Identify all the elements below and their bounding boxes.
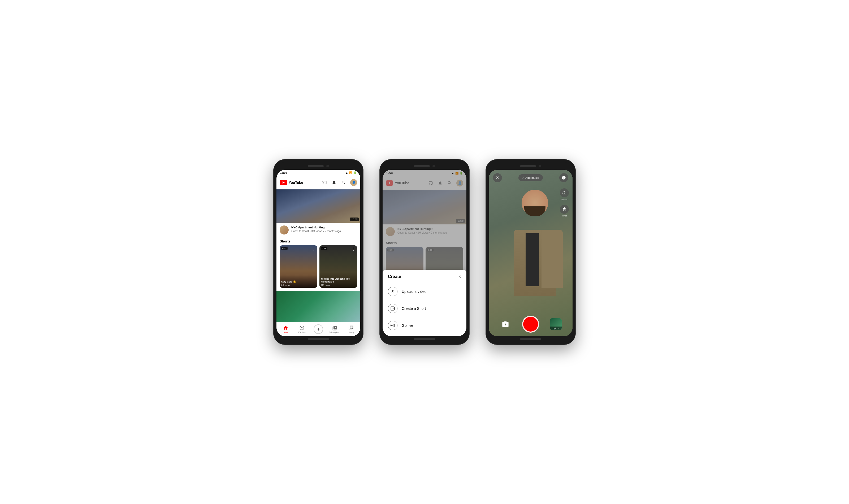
video-subtitle-1: Coast to Coast • 3M views • 2 months ago — [291, 230, 350, 233]
nav-create-1[interactable]: + — [310, 324, 327, 334]
nav-library-label-1: Library — [348, 331, 354, 334]
home-indicator-2 — [414, 339, 435, 340]
shorts-section-1: Shorts 0:15 ⋮ Stay Gold 🤙 2.5 views — [276, 237, 360, 289]
phone-top-notch — [276, 162, 360, 170]
camera-bottom-controls: Upload — [489, 316, 573, 332]
phones-container: 12:30 ▲ 📶 🔋 YouTube — [273, 159, 576, 345]
create-modal: Create × Upload a video — [383, 270, 466, 336]
nav-home-1[interactable]: Home — [277, 325, 294, 334]
svg-rect-2 — [391, 307, 395, 310]
nav-subscriptions-1[interactable]: Subscriptions — [327, 325, 343, 333]
phone-1: 12:30 ▲ 📶 🔋 YouTube — [273, 159, 363, 345]
phone-camera-3 — [539, 165, 541, 167]
add-music-button[interactable]: ♪ Add music — [519, 174, 543, 181]
create-short-icon — [388, 304, 397, 313]
timer-label: Timer — [562, 215, 567, 217]
phone-speaker-2 — [414, 165, 430, 167]
video-more-icon-1[interactable]: ⋮ — [353, 226, 357, 231]
record-button[interactable] — [522, 316, 539, 332]
timer-sidebar-btn[interactable]: Timer — [560, 205, 569, 217]
go-live-icon — [388, 321, 397, 330]
go-live-label: Go live — [402, 323, 413, 328]
video-duration-1: 10:00 — [350, 217, 359, 221]
short-views-2: 3M views — [321, 284, 356, 286]
notifications-icon-1[interactable] — [331, 180, 337, 185]
modal-close-btn[interactable]: × — [458, 274, 461, 280]
camera-screen: ♪ Add music — [489, 170, 573, 336]
nav-create-btn-1[interactable]: + — [313, 324, 323, 334]
video-title-1: NYC Apartment Hunting!! — [291, 226, 350, 229]
short-more-1[interactable]: ⋮ — [312, 247, 316, 251]
youtube-logo-text-1: YouTube — [289, 180, 303, 185]
short-more-2[interactable]: ⋮ — [352, 247, 356, 251]
modal-header: Create × — [383, 270, 466, 283]
phone-3: ♪ Add music — [486, 159, 576, 345]
bottom-nav-1: Home Explore + Subscriptions — [276, 322, 360, 336]
speed-label: Speed — [561, 198, 567, 200]
youtube-logo-icon-1 — [279, 180, 287, 185]
search-icon-1[interactable] — [341, 180, 346, 185]
music-note-icon: ♪ — [522, 176, 524, 180]
youtube-logo-1: YouTube — [279, 180, 303, 185]
upload-label: Upload — [550, 326, 562, 330]
svg-point-4 — [392, 325, 393, 326]
short-views-1: 2.5 views — [281, 284, 316, 286]
shorts-title-1: Shorts — [279, 239, 357, 243]
phone-screen-1: 12:30 ▲ 📶 🔋 YouTube — [276, 170, 360, 336]
nav-library-1[interactable]: Library — [343, 325, 359, 334]
nav-explore-label-1: Explore — [299, 331, 306, 334]
phone-camera — [326, 165, 329, 167]
phone-camera-2 — [432, 165, 435, 167]
video-thumbnail-1[interactable]: 10:00 — [276, 190, 360, 223]
speed-sidebar-icon — [560, 188, 569, 197]
phone-top-notch-3 — [489, 162, 573, 170]
signal-icon: 📶 — [349, 172, 353, 174]
phone-top-notch-2 — [383, 162, 466, 170]
phone-speaker-3 — [520, 165, 536, 167]
status-icons-1: ▲ 📶 🔋 — [345, 172, 357, 174]
status-bar-1: 12:30 ▲ 📶 🔋 — [276, 170, 360, 176]
battery-icon: 🔋 — [354, 172, 357, 174]
home-indicator-1 — [308, 339, 329, 340]
phone-speaker — [308, 165, 324, 167]
phone-2: 12:30 ▲ 📶 🔋 YouTube — [379, 159, 470, 345]
svg-point-3 — [392, 308, 394, 309]
create-short-item[interactable]: Create a Short — [383, 300, 466, 317]
flip-camera-button[interactable] — [500, 318, 511, 330]
upload-thumbnail[interactable]: Upload — [550, 318, 562, 330]
create-short-label: Create a Short — [402, 306, 426, 311]
nav-explore-1[interactable]: Explore — [294, 325, 310, 334]
short-card-2[interactable]: 0:28 ⋮ Gliding into weekend like #longbo… — [320, 245, 357, 288]
cast-icon-1[interactable] — [322, 180, 327, 185]
phone-screen-3: ♪ Add music — [489, 170, 573, 336]
short-card-1[interactable]: 0:15 ⋮ Stay Gold 🤙 2.5 views — [279, 245, 317, 288]
channel-avatar-1 — [279, 226, 289, 234]
nav-subscriptions-label-1: Subscriptions — [329, 331, 340, 333]
camera-right-sidebar: Speed Timer — [560, 188, 569, 217]
short-duration-2: 0:28 — [321, 247, 327, 250]
shorts-grid-1: 0:15 ⋮ Stay Gold 🤙 2.5 views 0:28 ⋮ — [279, 245, 357, 288]
modal-bottom — [383, 334, 466, 336]
short-info-2: Gliding into weekend like #longboard 3M … — [320, 272, 357, 288]
video-meta-1: NYC Apartment Hunting!! Coast to Coast •… — [291, 226, 350, 233]
person-jacket-r — [542, 230, 563, 288]
speed-sidebar-btn[interactable]: Speed — [560, 188, 569, 200]
add-music-label: Add music — [525, 176, 539, 179]
nav-home-label-1: Home — [283, 331, 288, 334]
speed-button[interactable] — [559, 173, 568, 182]
short-info-1: Stay Gold 🤙 2.5 views — [279, 275, 317, 288]
video-info-row-1: NYC Apartment Hunting!! Coast to Coast •… — [276, 223, 360, 237]
status-time-1: 12:30 — [280, 172, 287, 174]
timer-sidebar-icon — [560, 205, 569, 214]
avatar-1[interactable]: 👤 — [350, 179, 357, 186]
upload-icon — [388, 287, 397, 296]
go-live-item[interactable]: Go live — [383, 317, 466, 334]
camera-close-button[interactable] — [493, 173, 502, 182]
short-title-2: Gliding into weekend like #longboard — [321, 277, 356, 283]
landscape-thumbnail-1[interactable] — [276, 291, 360, 322]
short-title-1: Stay Gold 🤙 — [281, 281, 316, 283]
upload-video-item[interactable]: Upload a video — [383, 283, 466, 300]
modal-title: Create — [388, 274, 401, 279]
person-shirt — [526, 233, 539, 286]
phone-screen-2: 12:30 ▲ 📶 🔋 YouTube — [383, 170, 466, 336]
